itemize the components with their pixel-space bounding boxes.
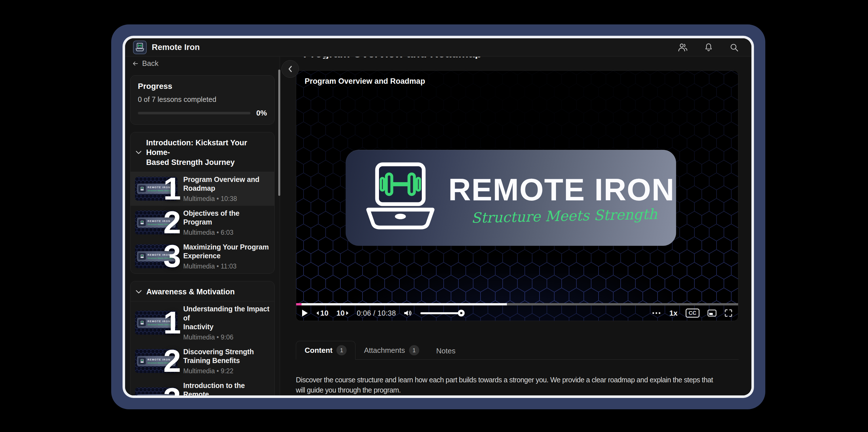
progress-remaining	[507, 303, 738, 306]
brand-tagline: Structure Meets Strength	[448, 206, 657, 227]
section-title: Introduction: Kickstart Your Home- Based…	[146, 138, 269, 167]
volume-button[interactable]	[404, 309, 412, 317]
device-frame: Remote Iron	[111, 24, 765, 409]
pip-button[interactable]	[708, 309, 716, 317]
controls-row: 10 10 0:06 / 10:38	[296, 306, 738, 321]
back-label: Back	[142, 59, 159, 68]
triangle-right-icon	[346, 311, 349, 315]
pip-icon	[708, 309, 716, 317]
collapse-sidebar-button[interactable]	[281, 60, 299, 78]
lesson-number: 1	[163, 307, 180, 339]
arrow-left-icon	[132, 60, 139, 67]
captions-button[interactable]: CC	[686, 309, 700, 318]
section-header[interactable]: Awareness & Motivation	[130, 281, 274, 301]
page-heading-clipped: Program Overview and Roadmap	[303, 57, 482, 59]
lesson-title: Program Overview and Roadmap	[183, 175, 259, 193]
tab-notes[interactable]: Notes	[428, 343, 464, 359]
triangle-left-icon	[316, 311, 319, 315]
section-header[interactable]: Introduction: Kickstart Your Home- Based…	[130, 132, 274, 172]
fullscreen-button[interactable]	[724, 309, 733, 317]
brand-text: REMOTE IRON Structure Meets Strength	[448, 171, 676, 225]
skip-back-button[interactable]: 10	[316, 309, 329, 318]
video-progress-bar[interactable]	[296, 303, 738, 306]
brand-laptop-icon	[360, 162, 442, 234]
video-player[interactable]: Program Overview and Roadmap	[296, 70, 738, 321]
skip-forward-button[interactable]: 10	[336, 309, 349, 318]
tab-attachments[interactable]: Attachments 1	[355, 341, 428, 359]
laptop-icon	[138, 357, 146, 365]
play-icon	[302, 309, 308, 317]
chevron-down-icon	[135, 150, 142, 155]
lesson-number: 2	[163, 207, 180, 238]
volume-knob[interactable]	[458, 310, 465, 316]
brand-card: REMOTE IRON Structure Meets Strength	[346, 150, 676, 246]
lesson-title: Objectives of the Program	[183, 209, 270, 227]
lesson-item[interactable]: REMOTE IRON Structure Meets Strength 1 P…	[130, 172, 274, 206]
lesson-thumbnail: REMOTE IRON Structure Meets Strength 3	[135, 244, 178, 268]
tab-label: Notes	[436, 347, 456, 355]
lesson-meta: Multimedia • 6:03	[183, 229, 270, 236]
app-title: Remote Iron	[152, 42, 200, 52]
tab-badge: 1	[336, 345, 347, 355]
lesson-item[interactable]: REMOTE IRON Structure Meets Strength 1 U…	[130, 301, 274, 344]
lesson-title: Maximizing Your Program Experience	[183, 243, 269, 261]
volume-icon	[404, 309, 412, 317]
laptop-icon	[138, 253, 146, 260]
lesson-meta: Multimedia • 9:22	[183, 367, 254, 375]
lesson-item[interactable]: REMOTE IRON Structure Meets Strength 2 O…	[130, 206, 274, 239]
lesson-meta: Multimedia • 10:38	[183, 195, 259, 203]
volume-slider[interactable]	[421, 312, 463, 314]
lesson-thumbnail: REMOTE IRON Structure Meets Strength 1	[135, 311, 178, 335]
progress-played	[296, 303, 302, 306]
laptop-icon	[138, 219, 146, 226]
playback-speed-button[interactable]: 1x	[670, 309, 678, 318]
course-section-card: Awareness & Motivation	[130, 281, 275, 395]
lesson-item[interactable]: REMOTE IRON Structure Meets Strength 3 M…	[130, 239, 274, 273]
progress-card: Progress 0 of 7 lessons completed 0%	[130, 75, 275, 124]
section-title: Awareness & Motivation	[146, 287, 235, 297]
lesson-number: 3	[163, 240, 180, 272]
main-content: Program Overview and Roadmap Program Ove…	[280, 57, 751, 395]
tab-label: Content	[305, 346, 333, 355]
video-overlay-title: Program Overview and Roadmap	[296, 71, 434, 92]
lesson-number: 1	[163, 173, 180, 205]
bell-icon[interactable]	[704, 42, 713, 52]
lesson-title: Discovering Strength Training Benefits	[183, 347, 254, 365]
chevron-left-icon	[287, 65, 293, 73]
progress-title: Progress	[138, 82, 267, 91]
lesson-number: 3	[163, 383, 180, 395]
course-sidebar: Back Progress 0 of 7 lessons completed 0…	[125, 57, 280, 395]
lesson-thumbnail: REMOTE IRON Structure Meets Strength 1	[135, 177, 178, 201]
brand-name: REMOTE IRON	[448, 171, 657, 207]
app-screen: Remote Iron	[125, 38, 751, 395]
lesson-item[interactable]: REMOTE IRON Structure Meets Strength 3 I…	[130, 378, 274, 395]
search-icon[interactable]	[729, 42, 739, 52]
lesson-meta: Multimedia • 9:06	[183, 334, 270, 341]
lesson-thumbnail: REMOTE IRON Structure Meets Strength 2	[135, 211, 178, 234]
time-display: 0:06 / 10:38	[357, 309, 396, 317]
laptop-icon	[138, 185, 146, 192]
laptop-dumbbell-icon	[135, 43, 145, 52]
body-row: Back Progress 0 of 7 lessons completed 0…	[125, 57, 751, 395]
back-button[interactable]: Back	[130, 59, 275, 68]
lesson-meta: Multimedia • 11:03	[183, 263, 269, 270]
fullscreen-icon	[724, 309, 733, 317]
progress-bar	[138, 112, 250, 114]
chevron-down-icon	[135, 289, 142, 294]
progress-loaded	[302, 303, 507, 306]
laptop-icon	[138, 319, 146, 326]
more-options-icon[interactable]	[651, 312, 661, 314]
tab-label: Attachments	[364, 346, 405, 355]
lesson-description: Discover the course structure and learn …	[296, 375, 751, 395]
course-section-card: Introduction: Kickstart Your Home- Based…	[130, 132, 275, 273]
video-controls: 10 10 0:06 / 10:38	[296, 303, 738, 321]
tab-content[interactable]: Content 1	[296, 341, 355, 359]
lesson-title: Introduction to the Remote Iron Framewor…	[183, 381, 270, 395]
team-icon[interactable]	[678, 42, 688, 53]
play-button[interactable]	[302, 309, 308, 317]
lesson-thumbnail: REMOTE IRON Structure Meets Strength 2	[135, 349, 178, 373]
progress-percent: 0%	[256, 109, 267, 117]
sidebar-scrollbar[interactable]	[278, 69, 280, 196]
lesson-thumbnail: REMOTE IRON Structure Meets Strength 3	[135, 387, 178, 395]
lesson-item[interactable]: REMOTE IRON Structure Meets Strength 2 D…	[130, 344, 274, 378]
